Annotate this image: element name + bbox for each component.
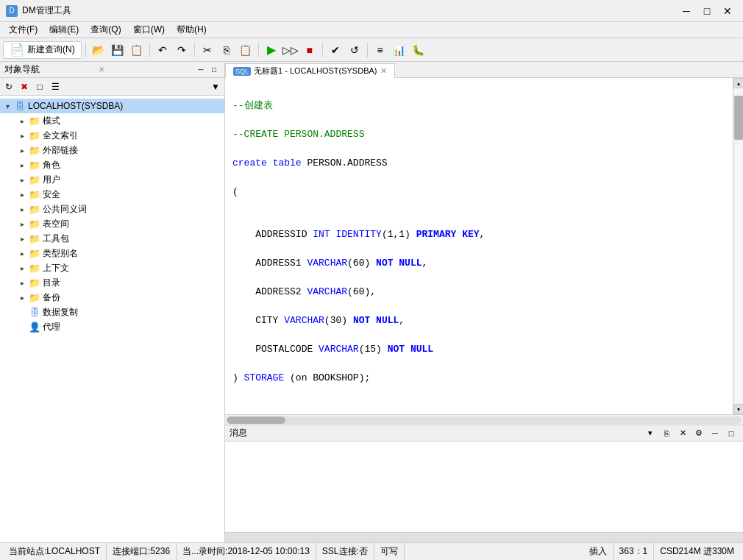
tree-item-extlink[interactable]: ▸ 📁 外部链接	[0, 143, 224, 157]
vscroll-thumb[interactable]	[734, 96, 743, 140]
copy-button[interactable]: ⎘	[218, 41, 235, 59]
menu-query[interactable]: 查询(Q)	[85, 22, 127, 38]
msg-clear-btn[interactable]: ✕	[675, 427, 690, 440]
commit-button[interactable]: ✔	[327, 41, 344, 59]
folder-icon: 📁	[29, 144, 40, 156]
directory-expand-icon[interactable]: ▸	[18, 278, 26, 287]
window-controls: ─ □ ✕	[677, 3, 737, 19]
vscroll-down-btn[interactable]: ▾	[733, 404, 743, 414]
paste-button[interactable]: 📋	[237, 41, 255, 59]
msg-minimize-btn[interactable]: ─	[708, 427, 722, 440]
tree-item-synonym[interactable]: ▸ 📁 公共同义词	[0, 202, 224, 216]
status-position: 363：1	[614, 543, 655, 560]
stop-button[interactable]: ■	[301, 41, 319, 59]
plan-button[interactable]: 📊	[391, 41, 408, 59]
tree-item-datareplication[interactable]: 🗄 数据复制	[0, 305, 224, 319]
menu-bar: 文件(F) 编辑(E) 查询(Q) 窗口(W) 帮助(H)	[0, 22, 743, 38]
tree-item-fulltext[interactable]: ▸ 📁 全文索引	[0, 128, 224, 143]
datarepl-icon: 🗄	[29, 306, 40, 318]
vscroll-track[interactable]	[733, 88, 743, 404]
save-as-button[interactable]: 📋	[128, 41, 146, 59]
extlink-expand-icon[interactable]: ▸	[18, 146, 26, 155]
context-label: 上下文	[43, 262, 69, 274]
save-button[interactable]: 💾	[109, 41, 127, 59]
folder-icon: 📁	[29, 218, 40, 230]
synonym-label: 公共同义词	[43, 203, 87, 216]
tree-item-user[interactable]: ▸ 📁 用户	[0, 172, 224, 187]
tree-item-role[interactable]: ▸ 📁 角色	[0, 157, 224, 172]
hscroll-track[interactable]	[227, 417, 742, 424]
minimize-button[interactable]: ─	[677, 3, 696, 19]
editor-vscrollbar[interactable]: ▴ ▾	[733, 78, 743, 414]
editor-content[interactable]: --创建表 --CREATE PERSON.ADDRESS create tab…	[225, 78, 733, 414]
tree-root[interactable]: ▾ 🗄 LOCALHOST(SYSDBA)	[0, 99, 224, 113]
cut-button[interactable]: ✂	[199, 41, 216, 59]
user-expand-icon[interactable]: ▸	[18, 175, 26, 184]
msg-dropdown-btn[interactable]: ▾	[643, 427, 658, 440]
vscroll-up-btn[interactable]: ▴	[733, 78, 743, 88]
tree-item-context[interactable]: ▸ 📁 上下文	[0, 260, 224, 275]
menu-file[interactable]: 文件(F)	[3, 22, 43, 38]
fulltext-label: 全文索引	[43, 130, 78, 142]
messages-panel: 消息 ▾ ⎘ ✕ ⚙ ─ □	[225, 425, 743, 542]
backup-label: 备份	[43, 291, 60, 304]
root-expand-icon[interactable]: ▾	[3, 102, 12, 110]
panel-minimize-btn[interactable]: ─	[195, 64, 207, 76]
nav-refresh-button[interactable]: ↻	[1, 79, 16, 94]
editor-hscrollbar[interactable]	[225, 414, 743, 425]
editor-tab-1[interactable]: SQL 无标题1 - LOCALHOST(SYSDBA) ✕	[225, 63, 395, 78]
tree-item-security[interactable]: ▸ 📁 安全	[0, 187, 224, 202]
role-expand-icon[interactable]: ▸	[18, 160, 26, 169]
tree-item-directory[interactable]: ▸ 📁 目录	[0, 275, 224, 290]
menu-edit[interactable]: 编辑(E)	[43, 22, 85, 38]
tree-item-schema[interactable]: ▸ 📁 模式	[0, 113, 224, 128]
typealias-expand-icon[interactable]: ▸	[18, 249, 26, 258]
msg-hscrollbar[interactable]	[225, 533, 743, 542]
synonym-expand-icon[interactable]: ▸	[18, 205, 26, 213]
toolkit-expand-icon[interactable]: ▸	[18, 234, 26, 243]
context-expand-icon[interactable]: ▸	[18, 263, 26, 272]
tablespace-expand-icon[interactable]: ▸	[18, 219, 26, 228]
tree-item-toolkit[interactable]: ▸ 📁 工具包	[0, 231, 224, 246]
close-button[interactable]: ✕	[718, 3, 737, 19]
hscroll-thumb[interactable]	[227, 417, 285, 424]
nav-connect-button[interactable]: ✖	[17, 79, 32, 94]
nav-more-button[interactable]: ▼	[208, 79, 223, 94]
tree-container[interactable]: ▾ 🗄 LOCALHOST(SYSDBA) ▸ 📁 模式 ▸ 📁 全文索引 ▸ …	[0, 96, 224, 542]
rollback-button[interactable]: ↺	[346, 41, 363, 59]
open-button[interactable]: 📂	[90, 41, 107, 59]
format-button[interactable]: ≡	[372, 41, 389, 59]
debug-button[interactable]: 🐛	[410, 41, 427, 59]
maximize-button[interactable]: □	[697, 3, 717, 19]
redo-button[interactable]: ↷	[173, 41, 191, 59]
menu-help[interactable]: 帮助(H)	[171, 22, 213, 38]
menu-window[interactable]: 窗口(W)	[127, 22, 171, 38]
run-button[interactable]: ▶	[263, 41, 280, 59]
editor-tab-bar: SQL 无标题1 - LOCALHOST(SYSDBA) ✕	[225, 62, 743, 78]
msg-copy-btn[interactable]: ⎘	[659, 427, 674, 440]
proxy-label: 代理	[43, 321, 60, 333]
db-icon: 🗄	[14, 100, 26, 112]
security-expand-icon[interactable]: ▸	[18, 190, 26, 199]
nav-filter-button[interactable]: ☰	[48, 79, 63, 94]
schema-label: 模式	[43, 115, 60, 127]
tab-close-button[interactable]: ✕	[380, 66, 387, 76]
schema-expand-icon[interactable]: ▸	[18, 116, 26, 125]
panel-close-icon[interactable]: ✕	[99, 65, 104, 74]
undo-button[interactable]: ↶	[154, 41, 171, 59]
new-query-button[interactable]: 📄 新建查询(N)	[3, 41, 82, 59]
title-bar: D DM管理工具 ─ □ ✕	[0, 0, 743, 22]
run-selected-button[interactable]: ▷▷	[282, 41, 299, 59]
fulltext-expand-icon[interactable]: ▸	[18, 131, 26, 140]
msg-settings-btn[interactable]: ⚙	[692, 427, 706, 440]
tree-item-typealias[interactable]: ▸ 📁 类型别名	[0, 246, 224, 260]
tree-item-tablespace[interactable]: ▸ 📁 表空间	[0, 216, 224, 231]
panel-maximize-btn[interactable]: □	[208, 64, 220, 76]
backup-expand-icon[interactable]: ▸	[18, 293, 26, 302]
tree-item-backup[interactable]: ▸ 📁 备份	[0, 290, 224, 305]
msg-maximize-btn[interactable]: □	[724, 427, 739, 440]
nav-schema-button[interactable]: □	[32, 79, 47, 94]
tree-item-proxy[interactable]: 👤 代理	[0, 319, 224, 334]
messages-content[interactable]	[225, 442, 743, 532]
separator-5	[322, 43, 323, 57]
